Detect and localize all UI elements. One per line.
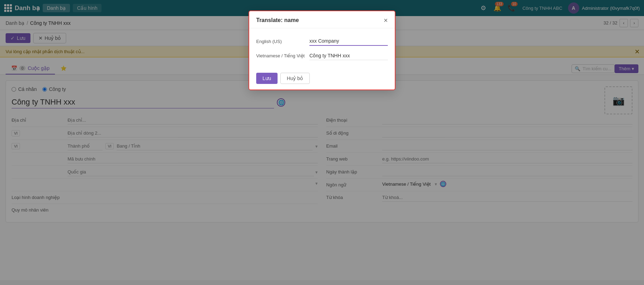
modal-en-input[interactable]	[309, 37, 388, 46]
modal-footer: Lưu Huỷ bỏ	[249, 69, 395, 90]
modal-cancel-button[interactable]: Huỷ bỏ	[280, 73, 310, 84]
modal-en-row: English (US)	[256, 34, 388, 49]
modal-save-button[interactable]: Lưu	[256, 73, 278, 84]
modal-overlay[interactable]: Translate: name × English (US) Vietnames…	[0, 0, 644, 280]
modal-vi-row: Vietnamese / Tiếng Việt	[256, 49, 388, 63]
modal-vi-label: Vietnamese / Tiếng Việt	[256, 53, 305, 58]
modal-close-button[interactable]: ×	[384, 17, 388, 24]
modal-en-label: English (US)	[256, 39, 305, 44]
translate-modal: Translate: name × English (US) Vietnames…	[248, 10, 396, 90]
modal-body: English (US) Vietnamese / Tiếng Việt	[249, 28, 395, 69]
modal-vi-input[interactable]	[309, 51, 388, 60]
modal-header: Translate: name ×	[249, 11, 395, 28]
modal-title: Translate: name	[256, 17, 299, 23]
